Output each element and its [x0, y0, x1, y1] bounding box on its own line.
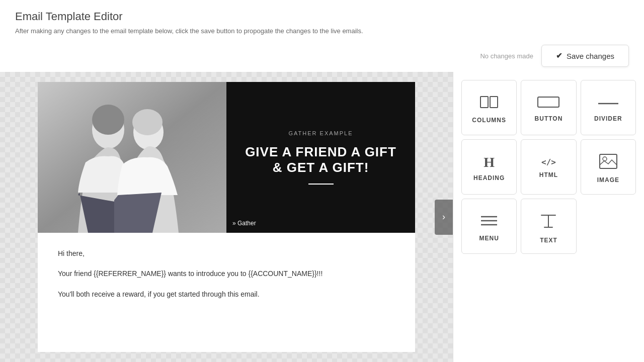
sidebar-panel: COLUMNS BUTTON: [453, 72, 644, 362]
no-changes-label: No changes made: [480, 52, 533, 60]
svg-point-11: [603, 157, 607, 161]
page-title: Email Template Editor: [15, 10, 629, 23]
block-text[interactable]: TEXT: [521, 199, 576, 254]
canvas-area: GATHER EXAMPLE GIVE A FRIEND A GIFT & GE…: [0, 72, 453, 362]
hero-photo: [38, 82, 226, 233]
save-button[interactable]: ✔ Save changes: [541, 45, 629, 67]
checkmark-icon: ✔: [556, 51, 562, 60]
block-menu[interactable]: MENU: [461, 199, 517, 254]
text-icon: [539, 212, 557, 232]
divider-label: DIVIDER: [594, 115, 622, 122]
email-paragraph-2: You'll both receive a reward, if you get…: [58, 289, 395, 300]
block-button[interactable]: BUTTON: [521, 80, 576, 135]
block-image[interactable]: IMAGE: [581, 139, 636, 195]
button-icon: [537, 96, 559, 110]
header: Email Template Editor After making any c…: [0, 0, 644, 40]
svg-rect-7: [490, 97, 498, 108]
svg-rect-8: [538, 97, 559, 107]
image-icon: [599, 154, 617, 171]
svg-rect-6: [480, 97, 488, 108]
columns-label: COLUMNS: [472, 117, 506, 124]
image-label: IMAGE: [597, 176, 619, 184]
email-body: Hi there, Your friend {{REFERRER_NAME}} …: [38, 233, 415, 324]
gather-example-label: GATHER EXAMPLE: [288, 130, 353, 136]
menu-icon: [480, 214, 498, 230]
email-greeting: Hi there,: [58, 248, 395, 259]
main-area: GATHER EXAMPLE GIVE A FRIEND A GIFT & GE…: [0, 72, 644, 362]
menu-label: MENU: [479, 235, 499, 242]
svg-point-4: [92, 105, 124, 135]
hero-headline: GIVE A FRIEND A GIFT & GET A GIFT!: [245, 144, 396, 175]
block-heading[interactable]: H HEADING: [461, 139, 517, 195]
save-button-label: Save changes: [567, 52, 614, 60]
block-grid: COLUMNS BUTTON: [461, 80, 636, 254]
block-html[interactable]: </> HTML: [521, 139, 576, 195]
gather-logo: » Gather: [232, 220, 256, 227]
header-description: After making any changes to the email te…: [15, 27, 629, 35]
columns-icon: [480, 95, 498, 112]
block-divider[interactable]: DIVIDER: [581, 80, 636, 135]
button-label: BUTTON: [535, 115, 563, 122]
email-paragraph-1: Your friend {{REFERRER_NAME}} wants to i…: [58, 268, 395, 279]
html-icon: </>: [541, 158, 556, 166]
hero-photo-svg: [38, 82, 226, 233]
svg-point-5: [132, 109, 163, 135]
divider-icon: [597, 96, 619, 110]
heading-icon: H: [484, 155, 495, 169]
heading-label: HEADING: [473, 174, 505, 182]
toolbar: No changes made ✔ Save changes: [0, 40, 644, 72]
email-hero: GATHER EXAMPLE GIVE A FRIEND A GIFT & GE…: [38, 82, 415, 233]
svg-rect-10: [600, 154, 617, 168]
html-label: HTML: [539, 171, 558, 178]
scroll-right-arrow[interactable]: ›: [435, 200, 453, 235]
hero-divider: [308, 184, 334, 185]
email-preview: GATHER EXAMPLE GIVE A FRIEND A GIFT & GE…: [38, 82, 415, 352]
hero-promo: GATHER EXAMPLE GIVE A FRIEND A GIFT & GE…: [226, 82, 415, 233]
text-label: TEXT: [540, 237, 557, 244]
block-columns[interactable]: COLUMNS: [461, 80, 517, 135]
